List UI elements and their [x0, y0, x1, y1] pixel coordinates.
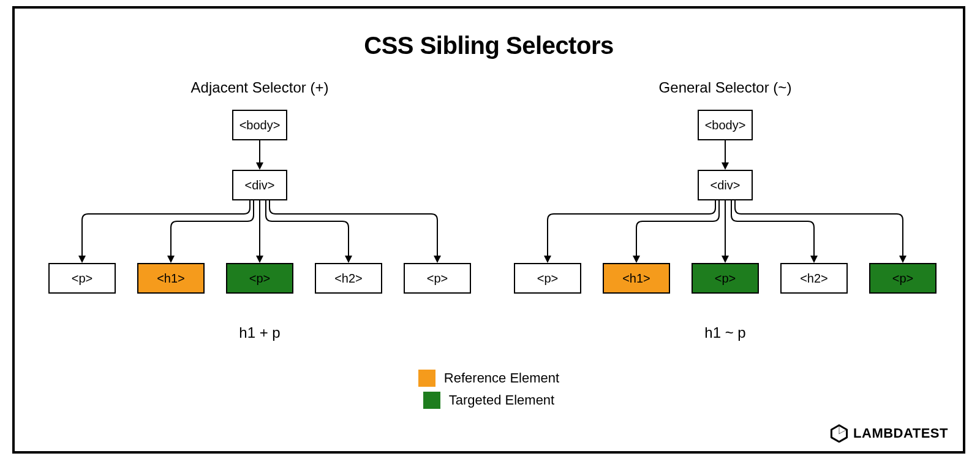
svg-marker-13: [544, 256, 551, 263]
legend-row-reference: Reference Element: [418, 370, 559, 387]
leaf-p-targeted-1: <p>: [692, 263, 759, 294]
diagram-frame: CSS Sibling Selectors Adjacent Selector …: [12, 6, 965, 454]
leaf-p-0: <p>: [48, 263, 116, 294]
svg-marker-4: [167, 256, 175, 263]
leaf-h1-reference: <h1>: [603, 263, 670, 294]
svg-marker-11: [722, 256, 729, 263]
svg-marker-12: [633, 256, 640, 263]
leaf-h1-reference: <h1>: [137, 263, 205, 294]
legend-label-targeted: Targeted Element: [449, 392, 554, 408]
node-body: <body>: [698, 110, 753, 140]
brand-text: LAMBDATEST: [853, 425, 948, 441]
svg-marker-7: [434, 256, 441, 263]
leaf-p-0: <p>: [514, 263, 581, 294]
node-div: <div>: [698, 170, 753, 200]
legend: Reference Element Targeted Element: [15, 367, 963, 411]
svg-marker-3: [256, 256, 263, 263]
diagram-title: CSS Sibling Selectors: [15, 32, 963, 59]
brand-logo: LAMBDATEST: [830, 424, 948, 443]
leaf-p-targeted: <p>: [226, 263, 293, 294]
svg-marker-1: [256, 162, 263, 170]
node-body: <body>: [232, 110, 287, 140]
svg-marker-9: [722, 162, 729, 170]
selector-expression-adjacent: h1 + p: [39, 324, 480, 341]
selector-expression-general: h1 ~ p: [505, 324, 946, 341]
swatch-targeted: [423, 392, 440, 409]
svg-marker-14: [810, 256, 818, 263]
leaf-h2: <h2>: [780, 263, 848, 294]
legend-row-targeted: Targeted Element: [423, 392, 554, 409]
leaf-p-4: <p>: [404, 263, 471, 294]
svg-marker-6: [345, 256, 352, 263]
swatch-reference: [418, 370, 435, 387]
node-div: <div>: [232, 170, 287, 200]
leaf-h2: <h2>: [315, 263, 382, 294]
tree-general: General Selector (~) <body> <div> <p> <h…: [505, 79, 946, 367]
svg-marker-5: [78, 256, 86, 263]
leaf-p-targeted-2: <p>: [869, 263, 937, 294]
svg-marker-15: [899, 256, 907, 263]
tree-adjacent: Adjacent Selector (+) <body> <div> <p>: [39, 79, 480, 367]
svg-line-18: [839, 430, 847, 434]
legend-label-reference: Reference Element: [444, 370, 559, 386]
lambdatest-icon: [830, 424, 848, 443]
